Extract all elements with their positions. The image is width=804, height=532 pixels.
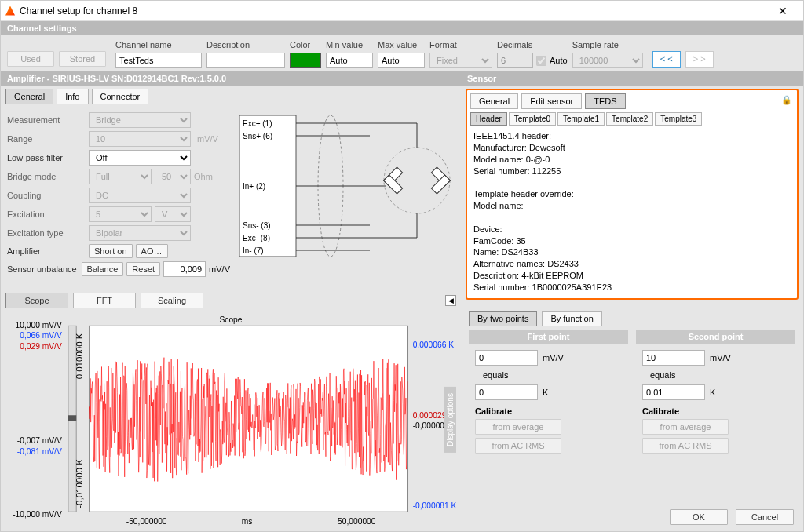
collapse-icon[interactable]: ◀ — [445, 295, 456, 306]
svg-text:ms: ms — [242, 516, 253, 527]
sensor-tab-teds[interactable]: TEDS — [585, 93, 625, 109]
amplifier-label: Amplifier — [7, 246, 86, 256]
window-title: Channel setup for channel 8 — [20, 5, 767, 16]
svg-text:50,000000: 50,000000 — [338, 516, 375, 527]
close-icon[interactable]: ✕ — [767, 5, 799, 17]
p1-out-unit: K — [543, 388, 548, 397]
format-select[interactable]: Fixed — [429, 53, 492, 68]
coupling-select[interactable]: DC — [89, 188, 191, 203]
titlebar: Channel setup for channel 8 ✕ — [1, 1, 803, 21]
svg-text:0,029 mV/V: 0,029 mV/V — [20, 341, 62, 352]
sensor-tab-edit[interactable]: Edit sensor — [521, 93, 582, 109]
svg-text:0,066 mV/V: 0,066 mV/V — [20, 330, 62, 341]
p2-in-unit: mV/V — [710, 353, 731, 363]
lpf-select[interactable]: Off — [89, 150, 191, 166]
p2-in[interactable] — [642, 350, 705, 366]
excitation-label: Excitation — [7, 210, 86, 219]
channel-name-input[interactable] — [115, 53, 202, 68]
svg-text:Scope: Scope — [219, 314, 242, 324]
display-options-handle[interactable]: Display options — [444, 387, 456, 453]
from-average-2[interactable]: from average — [642, 419, 729, 435]
excitation-select[interactable]: 5 — [89, 206, 152, 222]
decimals-auto-checkbox[interactable] — [536, 56, 546, 66]
teds-panel: 🔒 General Edit sensor TEDS Header Templa… — [466, 89, 799, 300]
from-acrms-1[interactable]: from AC RMS — [475, 438, 561, 454]
lpf-label: Low-pass filter — [7, 153, 86, 162]
coupling-label: Coupling — [7, 191, 86, 200]
bridge-ohm-select[interactable]: 50 — [155, 169, 191, 184]
svg-text:-0,000081 K: -0,000081 K — [413, 500, 456, 510]
from-average-1[interactable]: from average — [475, 419, 561, 435]
amplifier-header: Amplifier - SIRIUS-HS-LV SN:D012914BC1 R… — [1, 71, 461, 86]
tab-general[interactable]: General — [5, 89, 53, 104]
description-input[interactable] — [206, 53, 285, 68]
tab-connector[interactable]: Connector — [92, 89, 149, 104]
teds-subtab-t3[interactable]: Template3 — [655, 112, 702, 126]
min-value-input[interactable] — [326, 53, 373, 68]
teds-subtab-t0[interactable]: Template0 — [509, 112, 556, 126]
svg-text:10,000 mV/V: 10,000 mV/V — [16, 319, 63, 330]
scope-plot: Display options Scope 10,000 mV/V 0,066 … — [5, 312, 456, 528]
app-logo-icon — [5, 6, 15, 16]
lock-icon: 🔒 — [781, 95, 792, 105]
sensor-header: Sensor — [461, 71, 803, 86]
prev-channel-button[interactable]: < < — [652, 51, 681, 68]
ohm-label: Ohm — [194, 172, 213, 181]
svg-text:-0,010000 K: -0,010000 K — [75, 458, 84, 508]
description-label: Description — [206, 40, 285, 49]
svg-text:-50,000000: -50,000000 — [126, 516, 167, 527]
channel-name-label: Channel name — [115, 40, 202, 49]
unbalance-label: Sensor unbalance — [7, 264, 79, 274]
tab-scaling[interactable]: Scaling — [141, 293, 203, 308]
range-label: Range — [7, 134, 86, 144]
range-unit: mV/V — [197, 134, 218, 144]
calib-by-two-points[interactable]: By two points — [469, 311, 537, 326]
teds-subtab-header[interactable]: Header — [470, 112, 507, 126]
max-value-input[interactable] — [378, 53, 425, 68]
p1-in[interactable] — [475, 350, 538, 366]
decimals-input[interactable] — [497, 53, 533, 68]
tab-info[interactable]: Info — [57, 89, 88, 104]
decimals-auto-label: Auto — [550, 56, 568, 65]
reset-button[interactable]: Reset — [126, 262, 160, 276]
balance-button[interactable]: Balance — [82, 262, 124, 276]
unbalance-input[interactable] — [163, 261, 206, 277]
svg-text:-10,000 mV/V: -10,000 mV/V — [13, 509, 62, 519]
color-label: Color — [290, 40, 321, 49]
sample-rate-label: Sample rate — [572, 40, 643, 49]
from-acrms-2[interactable]: from AC RMS — [642, 438, 729, 454]
wiring-diagram: Exc+ (1) Sns+ (6) In+ (2) Sns- (3) Exc- … — [236, 107, 461, 290]
sample-rate-select[interactable]: 100000 — [572, 53, 643, 68]
cancel-button[interactable]: Cancel — [736, 509, 794, 525]
ok-button[interactable]: OK — [670, 509, 728, 525]
excitation-unit-select[interactable]: V — [155, 206, 191, 222]
calibrate-2: Calibrate — [642, 406, 789, 416]
teds-subtab-t1[interactable]: Template1 — [557, 112, 605, 126]
excitation-type-label: Excitation type — [7, 228, 86, 238]
range-select[interactable]: 10 — [89, 131, 191, 147]
ao-button[interactable]: AO… — [136, 244, 168, 258]
excitation-type-select[interactable]: Bipolar — [89, 225, 191, 241]
color-swatch[interactable] — [290, 53, 321, 68]
teds-subtab-t2[interactable]: Template2 — [606, 112, 653, 126]
calibrate-1: Calibrate — [475, 406, 622, 416]
p2-out[interactable] — [642, 384, 705, 400]
svg-text:Sns- (3): Sns- (3) — [243, 221, 271, 230]
short-on-button[interactable]: Short on — [89, 244, 133, 258]
svg-text:Sns+ (6): Sns+ (6) — [243, 132, 272, 140]
tab-fft[interactable]: FFT — [73, 293, 136, 308]
measurement-select[interactable]: Bridge — [89, 112, 191, 128]
svg-text:0,000066 K: 0,000066 K — [413, 339, 455, 349]
sensor-tab-general[interactable]: General — [470, 93, 518, 109]
calib-by-function[interactable]: By function — [542, 311, 601, 326]
svg-text:-0,007 mV/V: -0,007 mV/V — [17, 435, 63, 445]
next-channel-button[interactable]: > > — [685, 51, 714, 68]
teds-text: IEEE1451.4 header: Manufacturer: Dewesof… — [470, 129, 794, 295]
tab-scope[interactable]: Scope — [5, 293, 68, 308]
used-button[interactable]: Used — [7, 51, 54, 67]
bridge-mode-select[interactable]: Full — [89, 169, 152, 184]
decimals-label: Decimals — [497, 40, 568, 49]
stored-button[interactable]: Stored — [59, 51, 106, 67]
format-label: Format — [429, 40, 492, 49]
p1-out[interactable] — [475, 384, 538, 400]
